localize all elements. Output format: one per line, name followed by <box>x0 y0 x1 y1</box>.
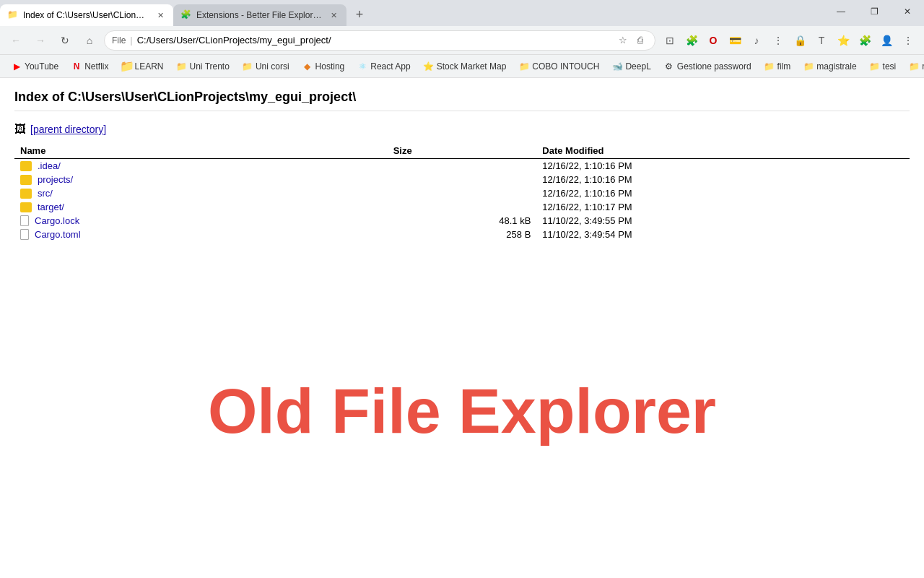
opera-icon[interactable]: O <box>703 30 723 51</box>
file-link[interactable]: src/ <box>20 188 382 199</box>
bookmark-tesi[interactable]: 📁 tesi <box>864 58 902 75</box>
address-scheme: File <box>112 35 126 46</box>
bookmark-label-unitrento: Uni Trento <box>190 61 230 72</box>
file-name: src/ <box>38 188 53 199</box>
cast-icon[interactable]: ⊡ <box>660 30 680 51</box>
tab-inactive[interactable]: 🧩 Extensions - Better File Explorer for.… <box>173 4 346 26</box>
hosting-icon: ◆ <box>302 61 313 72</box>
tesi-icon: 📁 <box>870 61 880 72</box>
new-tab-button[interactable]: + <box>349 4 370 25</box>
file-name: projects/ <box>38 174 73 185</box>
tab-close-2[interactable]: ✕ <box>328 9 339 21</box>
bookmark-film[interactable]: 📁 film <box>759 58 797 75</box>
bookmark-hosting[interactable]: ◆ Hosting <box>297 58 351 75</box>
bookmark-netflix[interactable]: N Netflix <box>66 58 114 75</box>
minimize-button[interactable]: — <box>824 0 858 23</box>
table-row: Cargo.lock48.1 kB11/10/22, 3:49:55 PM <box>14 214 910 228</box>
reading-icon: 📁 <box>909 61 919 72</box>
file-size: 258 B <box>388 228 537 241</box>
file-name: target/ <box>38 202 64 212</box>
extensions-icon[interactable]: 🧩 <box>681 30 702 51</box>
window-controls: — ❐ ✕ <box>824 0 924 23</box>
file-doc-icon <box>20 215 29 226</box>
bookmark-gestione[interactable]: ⚙ Gestione password <box>658 58 757 75</box>
bookmark-label-gestione: Gestione password <box>677 61 751 72</box>
reactapp-icon: ⚛ <box>357 61 367 72</box>
bookmark-label-netflix: Netflix <box>84 61 108 72</box>
maximize-button[interactable]: ❐ <box>858 0 891 23</box>
tab-favicon-2: 🧩 <box>180 9 192 21</box>
page-content: Index of C:\Users\User\CLionProjects\my_… <box>0 78 924 578</box>
bookmark-unicorsi[interactable]: 📁 Uni corsi <box>237 58 295 75</box>
learn-folder-icon: 📁 <box>122 61 132 72</box>
close-button[interactable]: ✕ <box>891 0 924 23</box>
bookmark-star-icon[interactable]: ☆ <box>616 33 630 48</box>
bookmark-reactapp[interactable]: ⚛ React App <box>352 58 416 75</box>
address-url: C:/Users/User/CLionProjects/my_egui_proj… <box>137 35 611 46</box>
bookmark-label-tesi: tesi <box>883 61 897 72</box>
file-link[interactable]: target/ <box>20 202 382 212</box>
file-link[interactable]: Cargo.lock <box>20 215 382 226</box>
navigation-bar: ← → ↻ ⌂ File | C:/Users/User/CLionProjec… <box>0 26 924 55</box>
bookmarks-bar: ▶ YouTube N Netflix 📁 LEARN 📁 Uni Trento… <box>0 55 924 78</box>
home-button[interactable]: ⌂ <box>79 30 100 51</box>
film-icon: 📁 <box>764 61 775 72</box>
bookmark-cobointouch[interactable]: 📁 COBO INTOUCH <box>513 58 605 75</box>
wallet-icon[interactable]: 💳 <box>725 30 745 51</box>
bookmark-label-magistrale: magistrale <box>816 61 856 72</box>
watermark-text: Old File Explorer <box>208 374 716 448</box>
bookmark-deepl[interactable]: 🐋 DeepL <box>606 58 656 75</box>
youtube-icon: ▶ <box>12 61 22 72</box>
translate-icon[interactable]: T <box>811 30 832 51</box>
forward-button[interactable]: → <box>30 30 51 51</box>
table-row: projects/12/16/22, 1:10:16 PM <box>14 173 910 186</box>
address-separator: | <box>130 35 132 46</box>
tab-favicon-1: 📁 <box>7 9 19 21</box>
folder-icon <box>20 189 32 199</box>
file-name: .idea/ <box>38 160 61 171</box>
extensions-puzzle-icon[interactable]: 🧩 <box>855 30 875 51</box>
tab-title-1: Index of C:\Users\User\CLionProjects... <box>23 10 150 20</box>
tab-close-1[interactable]: ✕ <box>154 9 166 21</box>
bookmark-label-learn: LEARN <box>135 61 164 72</box>
tab-active[interactable]: 📁 Index of C:\Users\User\CLionProjects..… <box>0 4 173 26</box>
profile-icon[interactable]: 👤 <box>876 30 897 51</box>
cobointouch-icon: 📁 <box>519 61 529 72</box>
file-link[interactable]: projects/ <box>20 174 382 185</box>
unicorsi-icon: 📁 <box>243 61 253 72</box>
file-size <box>388 173 537 186</box>
file-date: 11/10/22, 3:49:55 PM <box>536 214 910 228</box>
address-bar[interactable]: File | C:/Users/User/CLionProjects/my_eg… <box>104 30 655 51</box>
music-icon[interactable]: ♪ <box>746 30 767 51</box>
menu-icon[interactable]: ⋮ <box>898 30 918 51</box>
settings-icon[interactable]: ⋮ <box>768 30 788 51</box>
file-date: 12/16/22, 1:10:16 PM <box>536 173 910 186</box>
parent-dir-icon: 🖼 <box>14 123 26 136</box>
vpn-icon[interactable]: 🔒 <box>790 30 810 51</box>
bookmark-stockmarket[interactable]: ⭐ Stock Market Map <box>418 58 513 75</box>
save-icon[interactable]: ⭐ <box>833 30 853 51</box>
table-row: .idea/12/16/22, 1:10:16 PM <box>14 159 910 173</box>
bookmark-magistrale[interactable]: 📁 magistrale <box>798 58 862 75</box>
file-size <box>388 159 537 173</box>
bookmark-label-stockmarket: Stock Market Map <box>437 61 507 72</box>
bookmark-label-unicorsi: Uni corsi <box>256 61 289 72</box>
netflix-icon: N <box>71 61 82 72</box>
file-link[interactable]: Cargo.toml <box>20 229 382 240</box>
back-button[interactable]: ← <box>6 30 26 51</box>
bookmark-unitrento[interactable]: 📁 Uni Trento <box>171 58 235 75</box>
parent-directory-link[interactable]: [parent directory] <box>30 124 106 135</box>
nav-right-icons: ⊡ 🧩 O 💳 ♪ ⋮ 🔒 T ⭐ 🧩 👤 ⋮ <box>660 30 918 51</box>
address-actions: ☆ ⎙ <box>616 33 648 48</box>
folder-icon <box>20 161 32 171</box>
table-row: target/12/16/22, 1:10:17 PM <box>14 200 910 214</box>
reload-button[interactable]: ↻ <box>55 30 75 51</box>
file-link[interactable]: .idea/ <box>20 160 382 171</box>
bookmark-reading[interactable]: 📁 reading <box>903 58 924 75</box>
bookmark-learn[interactable]: 📁 LEARN <box>116 58 170 75</box>
column-header-name: Name <box>14 143 388 159</box>
bookmark-label-film: film <box>777 61 791 72</box>
bookmark-youtube[interactable]: ▶ YouTube <box>6 58 64 75</box>
share-icon[interactable]: ⎙ <box>633 33 648 48</box>
file-date: 12/16/22, 1:10:16 PM <box>536 186 910 200</box>
